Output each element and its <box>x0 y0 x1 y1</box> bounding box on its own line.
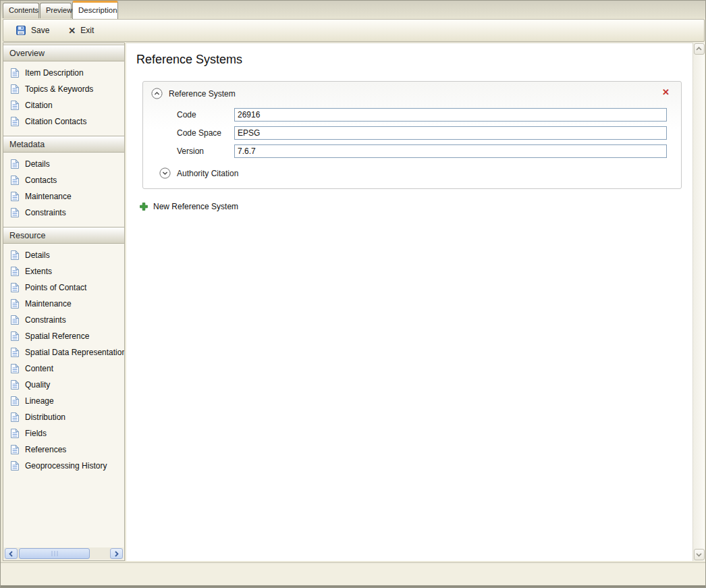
sidebar-item-maintenance[interactable]: Maintenance <box>3 188 124 205</box>
tab-preview[interactable]: Preview <box>40 3 72 18</box>
sidebar-item-extents[interactable]: Extents <box>3 263 124 279</box>
document-icon <box>10 68 20 78</box>
save-button[interactable]: Save <box>10 22 55 38</box>
chevron-right-icon <box>114 551 119 557</box>
sidebar-sections: OverviewItem DescriptionTopics & Keyword… <box>3 45 124 474</box>
field-row-version: Version <box>177 144 667 158</box>
sidebar-item-label: Maintenance <box>25 192 72 201</box>
document-icon <box>10 444 20 455</box>
code-space-input[interactable] <box>234 126 667 140</box>
sidebar-section-overview: Overview <box>3 45 124 61</box>
delete-reference-system-button[interactable]: ✕ <box>662 87 670 97</box>
sidebar-item-label: Extents <box>25 267 52 276</box>
sidebar-item-details[interactable]: Details <box>3 247 124 263</box>
document-icon <box>10 266 20 277</box>
sidebar-item-constraints[interactable]: Constraints <box>3 312 124 328</box>
field-row-code: Code <box>177 108 667 122</box>
sidebar-item-spatial-data-representation[interactable]: Spatial Data Representation <box>3 344 124 360</box>
panel-fields: Code Code Space Version <box>143 103 681 158</box>
scroll-thumb[interactable] <box>19 548 90 559</box>
tab-strip: Contents Preview Description <box>1 1 705 18</box>
sidebar-item-label: Maintenance <box>25 299 72 309</box>
sidebar-item-label: Geoprocessing History <box>25 461 107 471</box>
document-icon <box>10 428 20 439</box>
document-icon <box>10 100 20 111</box>
sidebar-item-label: Fields <box>25 429 47 438</box>
sidebar-item-label: Topics & Keywords <box>25 84 93 94</box>
sidebar-item-label: References <box>25 445 66 454</box>
authority-citation-label: Authority Citation <box>177 169 238 178</box>
scroll-down-button[interactable] <box>694 549 705 560</box>
sidebar-item-geoprocessing-history[interactable]: Geoprocessing History <box>3 458 124 474</box>
sidebar-item-lineage[interactable]: Lineage <box>3 393 124 409</box>
document-icon <box>10 116 20 127</box>
sidebar-item-constraints[interactable]: Constraints <box>3 205 124 221</box>
document-icon <box>10 84 20 95</box>
sidebar-item-details[interactable]: Details <box>3 156 124 172</box>
save-icon <box>16 25 26 36</box>
sidebar-item-contacts[interactable]: Contacts <box>3 172 124 188</box>
save-button-label: Save <box>31 26 49 35</box>
exit-icon: ✕ <box>68 26 76 36</box>
sidebar-item-label: Constraints <box>25 315 66 325</box>
sidebar-item-label: Constraints <box>25 208 66 217</box>
sidebar-section-metadata: Metadata <box>3 136 124 153</box>
sidebar-item-label: Quality <box>25 380 50 390</box>
document-icon <box>10 379 20 390</box>
sidebar-item-maintenance[interactable]: Maintenance <box>3 296 124 312</box>
scroll-track[interactable] <box>19 548 109 559</box>
sidebar-item-references[interactable]: References <box>3 442 124 458</box>
tab-description[interactable]: Description <box>72 1 118 19</box>
code-label: Code <box>177 110 234 119</box>
document-icon <box>10 331 20 342</box>
sidebar-item-label: Contacts <box>25 176 57 185</box>
content-vertical-scrollbar[interactable] <box>693 43 705 561</box>
sidebar-item-citation[interactable]: Citation <box>3 97 124 113</box>
sidebar-item-points-of-contact[interactable]: Points of Contact <box>3 279 124 296</box>
sidebar-item-label: Item Description <box>25 68 84 78</box>
chevron-down-icon <box>696 552 702 557</box>
sidebar-item-label: Spatial Reference <box>25 331 89 341</box>
sidebar-item-label: Citation Contacts <box>25 117 86 126</box>
sidebar-item-distribution[interactable]: Distribution <box>3 409 124 425</box>
page-title: Reference Systems <box>136 53 693 67</box>
sidebar-horizontal-scrollbar[interactable] <box>4 547 124 560</box>
document-icon <box>10 250 20 261</box>
chevron-left-icon <box>9 551 13 557</box>
new-reference-system-label: New Reference System <box>153 202 238 211</box>
code-input[interactable] <box>234 108 667 122</box>
sidebar-item-label: Content <box>25 364 53 373</box>
sidebar-item-citation-contacts[interactable]: Citation Contacts <box>3 113 124 130</box>
document-icon <box>10 396 20 406</box>
sidebar-item-quality[interactable]: Quality <box>3 377 124 393</box>
document-icon <box>10 412 20 423</box>
document-icon <box>10 363 20 374</box>
tab-contents[interactable]: Contents <box>3 3 39 18</box>
sidebar-item-topics-keywords[interactable]: Topics & Keywords <box>3 81 124 97</box>
scroll-up-button[interactable] <box>694 43 705 55</box>
main-content: Reference Systems Reference System ✕ Cod… <box>126 43 693 561</box>
metadata-editor-window: Contents Preview Description Save ✕ Exit… <box>0 0 706 588</box>
scroll-left-button[interactable] <box>5 548 18 559</box>
collapse-button[interactable] <box>151 88 163 99</box>
new-reference-system-button[interactable]: New Reference System <box>140 202 693 211</box>
sidebar-item-label: Details <box>25 159 50 169</box>
version-input[interactable] <box>234 144 667 158</box>
sidebar-item-spatial-reference[interactable]: Spatial Reference <box>3 328 124 344</box>
sidebar-item-fields[interactable]: Fields <box>3 425 124 442</box>
toolbar: Save ✕ Exit <box>3 19 705 42</box>
exit-button-label: Exit <box>80 26 94 35</box>
sidebar-item-label: Details <box>25 250 50 260</box>
plus-icon <box>140 203 148 211</box>
sidebar-item-item-description[interactable]: Item Description <box>3 65 124 81</box>
panel-header: Reference System <box>143 82 681 103</box>
sidebar-item-content[interactable]: Content <box>3 360 124 377</box>
document-icon <box>10 207 20 218</box>
expand-button[interactable] <box>159 167 171 179</box>
sidebar-item-label: Spatial Data Representation <box>25 348 125 357</box>
grip-icon <box>51 551 59 556</box>
exit-button[interactable]: ✕ Exit <box>63 23 99 38</box>
version-label: Version <box>177 146 234 156</box>
scroll-right-button[interactable] <box>110 548 123 559</box>
sidebar-item-label: Points of Contact <box>25 283 86 292</box>
